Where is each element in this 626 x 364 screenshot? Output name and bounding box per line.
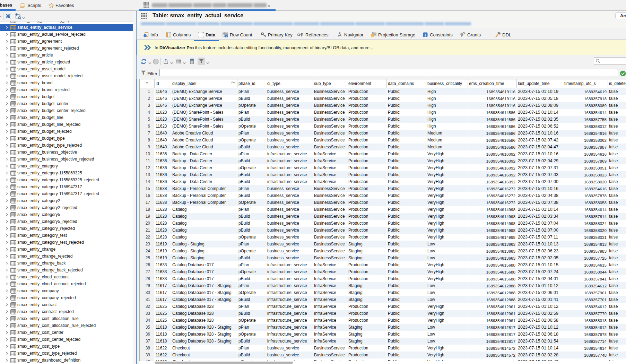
- svg-text:§: §: [424, 33, 426, 37]
